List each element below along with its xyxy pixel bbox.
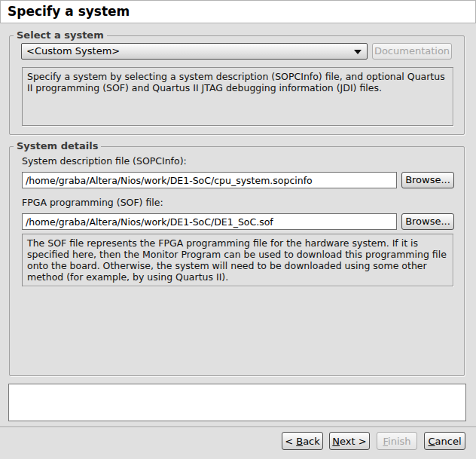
back-button-pre: <: [285, 436, 296, 447]
next-button-post: ext >: [340, 436, 367, 447]
cancel-button-post: ancel: [435, 436, 462, 447]
dialog-header: Specify a system: [0, 0, 476, 23]
select-a-system-group-label: Select a system: [14, 29, 107, 41]
message-area: [8, 384, 466, 421]
system-select-value: <Custom System>: [26, 45, 120, 57]
system-description-help-text-content: Specify a system by selecting a system d…: [27, 71, 445, 93]
select-a-system-group: Select a system <Custom System> Document…: [9, 35, 465, 135]
page-title: Specify a system: [1, 1, 475, 19]
back-button[interactable]: < Back: [282, 432, 323, 450]
sof-help-text-content: The SOF file represents the FPGA program…: [27, 237, 447, 283]
footer-divider: [0, 427, 476, 428]
chevron-down-icon: [354, 50, 362, 54]
cancel-button[interactable]: Cancel: [424, 432, 465, 450]
finish-button-post: inish: [388, 436, 410, 447]
sopcinfo-file-label: System description file (SOPCInfo):: [22, 155, 187, 167]
next-button[interactable]: Next >: [329, 432, 370, 450]
back-button-mnemonic: B: [296, 436, 303, 447]
sopcinfo-browse-button[interactable]: Browse...: [401, 172, 454, 188]
sof-path-input[interactable]: [22, 213, 397, 230]
system-description-help-text: Specify a system by selecting a system d…: [22, 67, 453, 126]
sof-help-text: The SOF file represents the FPGA program…: [22, 234, 453, 286]
cancel-button-mnemonic: C: [428, 436, 435, 447]
sopcinfo-path-input[interactable]: [22, 172, 397, 188]
documentation-button[interactable]: Documentation: [372, 43, 452, 60]
back-button-post: ack: [303, 436, 320, 447]
finish-button[interactable]: Finish: [377, 432, 417, 450]
sof-browse-button[interactable]: Browse...: [401, 213, 454, 230]
system-select-dropdown[interactable]: <Custom System>: [21, 43, 368, 60]
sof-file-label: FPGA programming (SOF) file:: [22, 197, 163, 208]
system-details-group-label: System details: [14, 140, 101, 151]
next-button-mnemonic: N: [332, 436, 340, 447]
system-details-group: System details System description file (…: [9, 146, 465, 376]
